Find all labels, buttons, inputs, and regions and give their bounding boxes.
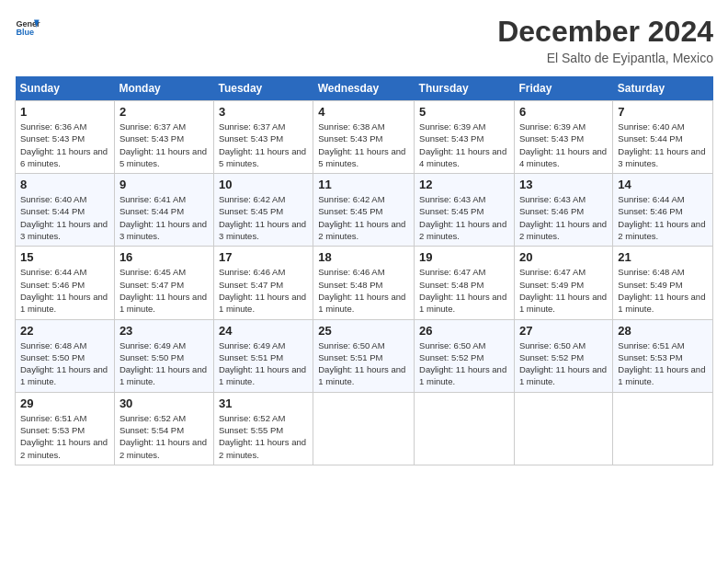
calendar-cell: 19Sunrise: 6:47 AMSunset: 5:48 PMDayligh… — [415, 247, 515, 319]
week-row-3: 15Sunrise: 6:44 AMSunset: 5:46 PMDayligh… — [16, 247, 713, 319]
calendar-cell: 12Sunrise: 6:43 AMSunset: 5:45 PMDayligh… — [415, 174, 515, 247]
cell-info: Sunrise: 6:50 AMSunset: 5:51 PMDaylight:… — [318, 339, 409, 388]
day-number: 21 — [618, 250, 708, 264]
day-header-tuesday: Tuesday — [213, 76, 313, 101]
day-number: 12 — [419, 178, 509, 191]
cell-info: Sunrise: 6:38 AMSunset: 5:43 PMDaylight:… — [318, 121, 409, 169]
calendar-cell: 18Sunrise: 6:46 AMSunset: 5:48 PMDayligh… — [313, 247, 415, 319]
cell-info: Sunrise: 6:41 AMSunset: 5:44 PMDaylight:… — [119, 193, 209, 242]
day-number: 11 — [318, 178, 409, 191]
cell-info: Sunrise: 6:39 AMSunset: 5:43 PMDaylight:… — [419, 121, 509, 169]
day-number: 23 — [119, 324, 209, 338]
days-header-row: SundayMondayTuesdayWednesdayThursdayFrid… — [16, 76, 713, 101]
day-header-sunday: Sunday — [16, 76, 115, 101]
day-number: 14 — [618, 178, 708, 191]
calendar-cell: 22Sunrise: 6:48 AMSunset: 5:50 PMDayligh… — [16, 319, 115, 392]
day-number: 31 — [219, 396, 308, 410]
cell-info: Sunrise: 6:47 AMSunset: 5:48 PMDaylight:… — [419, 266, 509, 315]
cell-info: Sunrise: 6:48 AMSunset: 5:49 PMDaylight:… — [618, 266, 708, 315]
calendar-cell: 2Sunrise: 6:37 AMSunset: 5:43 PMDaylight… — [114, 101, 213, 174]
day-header-saturday: Saturday — [613, 76, 713, 101]
day-number: 17 — [219, 250, 308, 264]
day-number: 29 — [20, 396, 109, 410]
cell-info: Sunrise: 6:37 AMSunset: 5:43 PMDaylight:… — [219, 121, 308, 169]
day-number: 28 — [618, 324, 708, 338]
day-number: 1 — [20, 105, 109, 119]
day-number: 27 — [519, 324, 608, 338]
calendar-cell: 31Sunrise: 6:52 AMSunset: 5:55 PMDayligh… — [213, 392, 313, 465]
calendar-body: 1Sunrise: 6:36 AMSunset: 5:43 PMDaylight… — [16, 101, 713, 465]
calendar-cell: 16Sunrise: 6:45 AMSunset: 5:47 PMDayligh… — [114, 247, 213, 319]
week-row-4: 22Sunrise: 6:48 AMSunset: 5:50 PMDayligh… — [16, 319, 713, 392]
calendar-cell: 27Sunrise: 6:50 AMSunset: 5:52 PMDayligh… — [514, 319, 612, 392]
calendar-cell: 5Sunrise: 6:39 AMSunset: 5:43 PMDaylight… — [415, 101, 515, 174]
day-number: 9 — [119, 178, 209, 191]
cell-info: Sunrise: 6:52 AMSunset: 5:54 PMDaylight:… — [119, 412, 209, 461]
cell-info: Sunrise: 6:42 AMSunset: 5:45 PMDaylight:… — [219, 193, 308, 242]
day-number: 8 — [20, 178, 109, 191]
calendar-cell: 29Sunrise: 6:51 AMSunset: 5:53 PMDayligh… — [16, 392, 115, 465]
day-number: 30 — [119, 396, 209, 410]
cell-info: Sunrise: 6:36 AMSunset: 5:43 PMDaylight:… — [20, 121, 109, 169]
cell-info: Sunrise: 6:37 AMSunset: 5:43 PMDaylight:… — [119, 121, 209, 169]
calendar-cell: 26Sunrise: 6:50 AMSunset: 5:52 PMDayligh… — [415, 319, 515, 392]
cell-info: Sunrise: 6:42 AMSunset: 5:45 PMDaylight:… — [318, 193, 409, 242]
cell-info: Sunrise: 6:43 AMSunset: 5:45 PMDaylight:… — [419, 193, 509, 242]
header: General Blue December 2024 El Salto de E… — [15, 15, 713, 65]
cell-info: Sunrise: 6:51 AMSunset: 5:53 PMDaylight:… — [618, 339, 708, 388]
cell-info: Sunrise: 6:46 AMSunset: 5:48 PMDaylight:… — [318, 266, 409, 315]
calendar-cell: 21Sunrise: 6:48 AMSunset: 5:49 PMDayligh… — [613, 247, 713, 319]
calendar-cell — [313, 392, 415, 465]
day-number: 20 — [519, 250, 608, 264]
cell-info: Sunrise: 6:44 AMSunset: 5:46 PMDaylight:… — [618, 193, 708, 242]
calendar-cell: 23Sunrise: 6:49 AMSunset: 5:50 PMDayligh… — [114, 319, 213, 392]
calendar-cell: 1Sunrise: 6:36 AMSunset: 5:43 PMDaylight… — [16, 101, 115, 174]
cell-info: Sunrise: 6:50 AMSunset: 5:52 PMDaylight:… — [519, 339, 608, 388]
cell-info: Sunrise: 6:50 AMSunset: 5:52 PMDaylight:… — [419, 339, 509, 388]
week-row-1: 1Sunrise: 6:36 AMSunset: 5:43 PMDaylight… — [16, 101, 713, 174]
calendar-cell: 15Sunrise: 6:44 AMSunset: 5:46 PMDayligh… — [16, 247, 115, 319]
day-number: 18 — [318, 250, 409, 264]
logo: General Blue — [15, 15, 40, 40]
cell-info: Sunrise: 6:39 AMSunset: 5:43 PMDaylight:… — [519, 121, 608, 169]
cell-info: Sunrise: 6:47 AMSunset: 5:49 PMDaylight:… — [519, 266, 608, 315]
calendar-cell: 14Sunrise: 6:44 AMSunset: 5:46 PMDayligh… — [613, 174, 713, 247]
cell-info: Sunrise: 6:40 AMSunset: 5:44 PMDaylight:… — [618, 121, 708, 169]
day-number: 10 — [219, 178, 308, 191]
day-number: 24 — [219, 324, 308, 338]
calendar-cell: 9Sunrise: 6:41 AMSunset: 5:44 PMDaylight… — [114, 174, 213, 247]
day-number: 19 — [419, 250, 509, 264]
day-header-monday: Monday — [114, 76, 213, 101]
month-title: December 2024 — [497, 15, 713, 49]
cell-info: Sunrise: 6:44 AMSunset: 5:46 PMDaylight:… — [20, 266, 109, 315]
cell-info: Sunrise: 6:45 AMSunset: 5:47 PMDaylight:… — [119, 266, 209, 315]
calendar-cell: 20Sunrise: 6:47 AMSunset: 5:49 PMDayligh… — [514, 247, 612, 319]
calendar-cell: 8Sunrise: 6:40 AMSunset: 5:44 PMDaylight… — [16, 174, 115, 247]
calendar-cell: 7Sunrise: 6:40 AMSunset: 5:44 PMDaylight… — [613, 101, 713, 174]
title-area: December 2024 El Salto de Eyipantla, Mex… — [497, 15, 713, 65]
day-number: 2 — [119, 105, 209, 119]
calendar-cell: 24Sunrise: 6:49 AMSunset: 5:51 PMDayligh… — [213, 319, 313, 392]
day-header-thursday: Thursday — [415, 76, 515, 101]
week-row-2: 8Sunrise: 6:40 AMSunset: 5:44 PMDaylight… — [16, 174, 713, 247]
calendar-cell: 4Sunrise: 6:38 AMSunset: 5:43 PMDaylight… — [313, 101, 415, 174]
cell-info: Sunrise: 6:49 AMSunset: 5:50 PMDaylight:… — [119, 339, 209, 388]
day-number: 6 — [519, 105, 608, 119]
calendar-cell: 10Sunrise: 6:42 AMSunset: 5:45 PMDayligh… — [213, 174, 313, 247]
day-header-wednesday: Wednesday — [313, 76, 415, 101]
day-header-friday: Friday — [514, 76, 612, 101]
calendar-cell: 6Sunrise: 6:39 AMSunset: 5:43 PMDaylight… — [514, 101, 612, 174]
calendar-cell — [415, 392, 515, 465]
calendar-cell — [514, 392, 612, 465]
cell-info: Sunrise: 6:40 AMSunset: 5:44 PMDaylight:… — [20, 193, 109, 242]
cell-info: Sunrise: 6:46 AMSunset: 5:47 PMDaylight:… — [219, 266, 308, 315]
day-number: 25 — [318, 324, 409, 338]
calendar-cell: 11Sunrise: 6:42 AMSunset: 5:45 PMDayligh… — [313, 174, 415, 247]
day-number: 5 — [419, 105, 509, 119]
day-number: 22 — [20, 324, 109, 338]
calendar-table: SundayMondayTuesdayWednesdayThursdayFrid… — [15, 76, 713, 465]
day-number: 26 — [419, 324, 509, 338]
cell-info: Sunrise: 6:52 AMSunset: 5:55 PMDaylight:… — [219, 412, 308, 461]
day-number: 3 — [219, 105, 308, 119]
logo-icon: General Blue — [15, 15, 40, 40]
